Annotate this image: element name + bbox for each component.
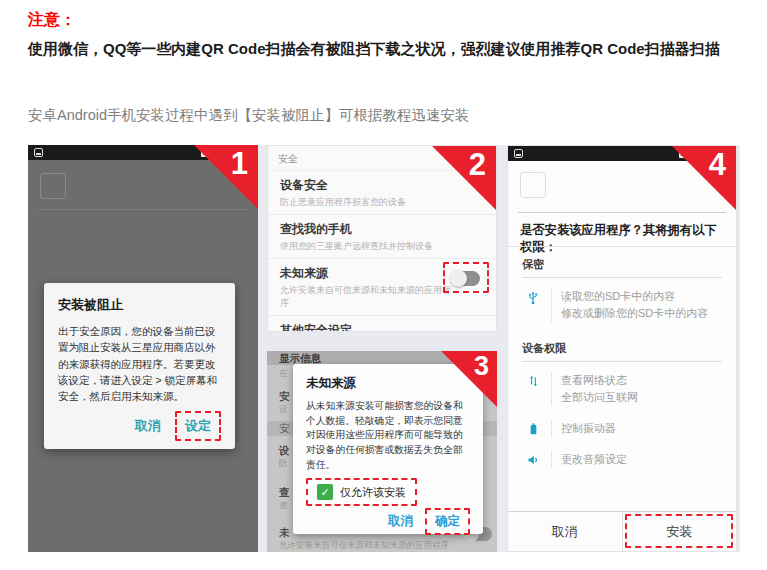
- permission-text: 控制振动器: [561, 420, 616, 437]
- usb-icon: [522, 288, 544, 306]
- network-arrows-icon: [522, 372, 544, 389]
- divider: [551, 420, 552, 437]
- permission-section-privacy: 保密: [522, 248, 722, 278]
- permission-row: 更改音频设定: [522, 437, 728, 468]
- settings-button[interactable]: 设定: [175, 411, 221, 441]
- dimmed-text: 安: [279, 390, 290, 404]
- allow-once-row: ✓ 仅允许该安装: [306, 478, 417, 506]
- notice-label: 注意：: [28, 10, 76, 31]
- tutorial-subtitle: 安卓Android手机安装过程中遇到【安装被阻止】可根据教程迅速安装: [28, 106, 744, 125]
- dimmed-text: 使: [279, 500, 288, 512]
- dialog-body: 出于安全原因，您的设备当前已设置为阻止安装从三星应用商店以外的来源获得的应用程序…: [58, 323, 221, 404]
- tutorial-page: 注意： 使用微信，QQ等一些内建QR Code扫描会有被阻挡下载之状况，强烈建议…: [0, 0, 767, 570]
- step-1-number: 1: [231, 147, 248, 181]
- dimmed-text: 防: [279, 458, 288, 470]
- dimmed-text: 设: [279, 404, 288, 416]
- step-3-screenshot: 显示信息 在 安 设 安 设 防 查 使 未 允许安装来自可信来源和未知来源的应…: [267, 351, 497, 552]
- install-blocked-dialog: 安装被阻止 出于安全原因，您的设备当前已设置为阻止安装从三星应用商店以外的来源获…: [44, 283, 235, 449]
- install-highlight-box: [625, 514, 734, 548]
- dimmed-text: 查: [279, 486, 290, 500]
- step-1-screenshot: 1 4G 7 安装被阻止 出于安全原因，您的设备当前已设置为阻止安装从三星应用商…: [28, 145, 258, 552]
- cancel-button[interactable]: 取消: [508, 512, 622, 551]
- divider: [551, 288, 552, 322]
- step-2-screenshot: 安全 设备安全 防止恶意应用程序损害您的设备 查找我的手机 使用您的三星账户远程…: [267, 145, 497, 332]
- permission-text: 全部访问互联网: [561, 389, 638, 406]
- app-icon-placeholder: [40, 173, 66, 199]
- divider: [551, 372, 552, 406]
- notice-text: 使用微信，QQ等一些内建QR Code扫描会有被阻挡下载之状况，强烈建议使用推荐…: [28, 36, 744, 62]
- divider: [518, 212, 726, 213]
- permission-section-device: 设备权限: [522, 332, 722, 362]
- sd-card-icon: [514, 149, 523, 158]
- step-2-badge: [432, 146, 496, 210]
- dimmed-text: 安: [279, 422, 290, 436]
- dialog-title: 安装被阻止: [58, 296, 221, 314]
- screenshots-board: 1 4G 7 安装被阻止 出于安全原因，您的设备当前已设置为阻止安装从三星应用商…: [28, 145, 740, 552]
- speaker-icon: [522, 451, 544, 468]
- dimmed-text: 设: [279, 444, 290, 458]
- setting-item-other-security[interactable]: 其他安全设定 更改安全更新和证书存储等其他安全设定: [268, 316, 496, 332]
- ok-button[interactable]: 确定: [425, 508, 470, 535]
- permission-text: 修改或删除您的SD卡中的内容: [561, 305, 708, 322]
- setting-title: 其他安全设定: [280, 322, 484, 332]
- step-1-badge: [194, 145, 258, 209]
- vibration-icon: [522, 420, 544, 437]
- setting-desc: 允许安装来自可信来源和未知来源的应用程序: [280, 284, 458, 310]
- divider: [38, 209, 248, 210]
- step-4-badge: [672, 146, 736, 210]
- setting-item-unknown-sources[interactable]: 未知来源 允许安装来自可信来源和未知来源的应用程序: [268, 259, 496, 316]
- cancel-label: 取消: [552, 523, 578, 541]
- setting-title: 查找我的手机: [280, 221, 484, 238]
- toggle-highlight-box: [443, 262, 489, 293]
- divider: [508, 246, 736, 247]
- setting-desc: 使用您的三星账户远程查找并控制设备: [280, 240, 484, 253]
- permission-text: 更改音频设定: [561, 451, 627, 468]
- divider: [551, 451, 552, 468]
- sd-card-icon: [34, 148, 43, 157]
- permission-row: 控制振动器: [522, 406, 728, 437]
- dialog-body: 从未知来源安装可能损害您的设备和个人数据。轻敲确定，即表示您同意对因使用这些应用…: [306, 399, 470, 472]
- cancel-button[interactable]: 取消: [127, 413, 169, 439]
- permission-text: 查看网络状态: [561, 372, 638, 389]
- step-2-number: 2: [469, 148, 486, 182]
- setting-item-find-my-phone[interactable]: 查找我的手机 使用您的三星账户远程查找并控制设备: [268, 215, 496, 259]
- dimmed-text: 允许安装来自可信来源和未知来源的应用程序: [279, 540, 449, 552]
- step-4-screenshot: 1 4G 7 是否安装该应用程序？其将拥有以下权限： 保密: [507, 145, 737, 552]
- cancel-button[interactable]: 取消: [380, 510, 421, 533]
- install-button[interactable]: 安装: [622, 512, 737, 551]
- permission-row: 查看网络状态 全部访问互联网: [522, 362, 728, 406]
- permission-text: 读取您的SD卡中的内容: [561, 288, 708, 305]
- checkbox-checked-icon[interactable]: ✓: [317, 484, 333, 500]
- dimmed-text: 在: [279, 368, 288, 380]
- dimmed-text: 未: [279, 526, 290, 540]
- app-icon-placeholder: [520, 172, 546, 198]
- permission-row: 读取您的SD卡中的内容 修改或删除您的SD卡中的内容: [522, 278, 728, 322]
- step-4-number: 4: [709, 148, 726, 182]
- step-3-number: 3: [474, 352, 489, 382]
- middle-column: 安全 设备安全 防止恶意应用程序损害您的设备 查找我的手机 使用您的三星账户远程…: [267, 145, 497, 552]
- install-button-bar: 取消 安装: [508, 511, 736, 551]
- checkbox-label: 仅允许该安装: [340, 485, 406, 500]
